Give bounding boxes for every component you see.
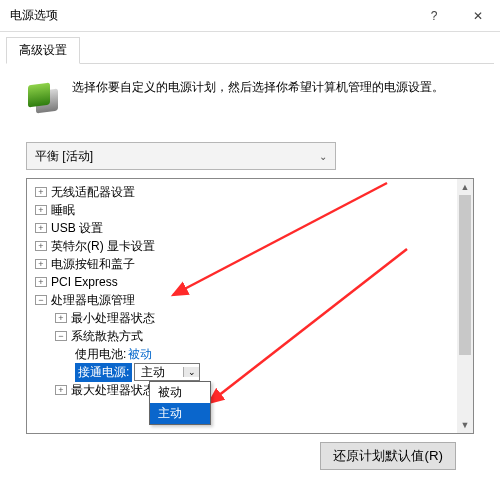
cooling-on-battery[interactable]: 使用电池: 被动: [29, 345, 455, 363]
vertical-scrollbar[interactable]: ▲ ▼: [457, 179, 473, 433]
collapse-icon[interactable]: −: [35, 295, 47, 305]
expand-icon[interactable]: +: [55, 313, 67, 323]
tab-advanced[interactable]: 高级设置: [6, 37, 80, 64]
tree-item[interactable]: +英特尔(R) 显卡设置: [29, 237, 455, 255]
intro-text: 选择你要自定义的电源计划，然后选择你希望计算机管理的电源设置。: [72, 78, 444, 114]
cooling-plugged-dropdown[interactable]: 主动 ⌄: [134, 363, 200, 381]
expand-icon[interactable]: +: [35, 205, 47, 215]
restore-defaults-button[interactable]: 还原计划默认值(R): [320, 442, 456, 470]
collapse-icon[interactable]: −: [55, 331, 67, 341]
window-title: 电源选项: [10, 7, 412, 24]
help-button[interactable]: ?: [412, 0, 456, 32]
tree-item[interactable]: +睡眠: [29, 201, 455, 219]
tree-item[interactable]: +PCI Express: [29, 273, 455, 291]
cooling-dropdown-list[interactable]: 被动 主动: [149, 381, 211, 425]
tree-item-max-state[interactable]: +最大处理器状态: [29, 381, 455, 399]
settings-tree: +无线适配器设置 +睡眠 +USB 设置 +英特尔(R) 显卡设置 +电源按钮和…: [26, 178, 474, 434]
intro-row: 选择你要自定义的电源计划，然后选择你希望计算机管理的电源设置。: [26, 78, 474, 114]
power-plan-combo[interactable]: 平衡 [活动] ⌄: [26, 142, 336, 170]
close-button[interactable]: ✕: [456, 0, 500, 32]
scroll-thumb[interactable]: [459, 195, 471, 355]
tree-item-min-state[interactable]: +最小处理器状态: [29, 309, 455, 327]
tree-item[interactable]: +无线适配器设置: [29, 183, 455, 201]
scroll-up-button[interactable]: ▲: [457, 179, 473, 195]
expand-icon[interactable]: +: [35, 259, 47, 269]
tree-item[interactable]: +USB 设置: [29, 219, 455, 237]
tree-item-cpu-power[interactable]: −处理器电源管理: [29, 291, 455, 309]
tree-item-cooling[interactable]: −系统散热方式: [29, 327, 455, 345]
titlebar: 电源选项 ? ✕: [0, 0, 500, 32]
option-active[interactable]: 主动: [150, 403, 210, 424]
cooling-plugged-in[interactable]: 接通电源: 主动 ⌄: [29, 363, 455, 381]
option-passive[interactable]: 被动: [150, 382, 210, 403]
expand-icon[interactable]: +: [35, 241, 47, 251]
scroll-down-button[interactable]: ▼: [457, 417, 473, 433]
tab-strip: 高级设置: [6, 38, 494, 64]
tree-item[interactable]: +电源按钮和盖子: [29, 255, 455, 273]
expand-icon[interactable]: +: [35, 223, 47, 233]
expand-icon[interactable]: +: [35, 187, 47, 197]
plugged-label-selected: 接通电源:: [75, 363, 132, 382]
chevron-down-icon: ⌄: [319, 151, 327, 162]
battery-icon: [26, 78, 62, 114]
power-plan-value: 平衡 [活动]: [35, 148, 93, 165]
expand-icon[interactable]: +: [55, 385, 67, 395]
chevron-down-icon[interactable]: ⌄: [183, 367, 199, 377]
expand-icon[interactable]: +: [35, 277, 47, 287]
